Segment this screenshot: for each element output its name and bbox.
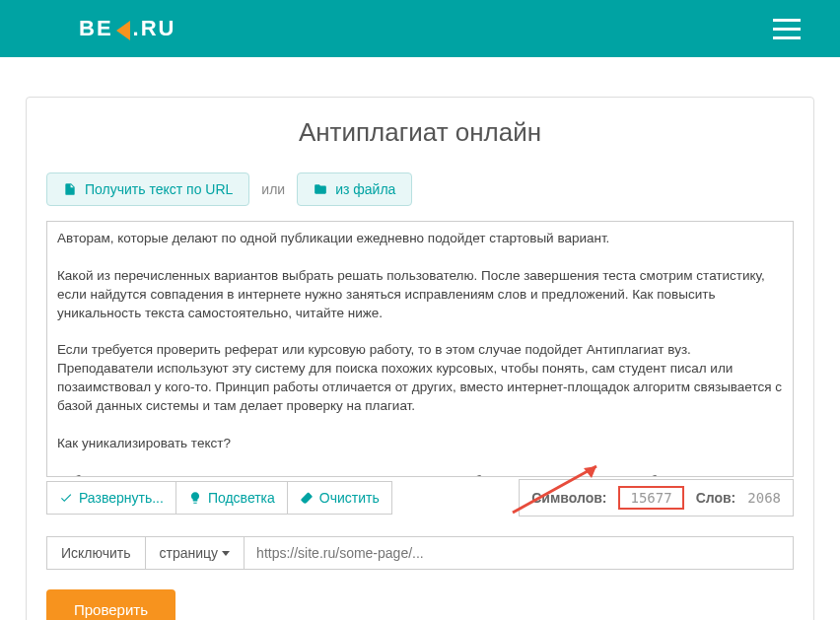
exclude-dropdown-label: страницу: [160, 545, 219, 561]
textarea-container: [46, 221, 794, 480]
clear-label: Очистить: [319, 490, 380, 506]
check-icon: [59, 491, 73, 505]
text-input[interactable]: [46, 221, 794, 477]
exclude-type-dropdown[interactable]: страницу: [145, 536, 245, 570]
expand-label: Развернуть...: [79, 490, 164, 506]
exclude-url-input[interactable]: [244, 536, 794, 570]
text-toolbar: Развернуть... Подсветка Очистить Символо…: [46, 479, 794, 517]
words-label: Слов:: [696, 490, 736, 506]
menu-button[interactable]: [773, 19, 801, 39]
lightbulb-icon: [188, 491, 202, 505]
clear-button[interactable]: Очистить: [287, 481, 392, 515]
file-button-label: из файла: [335, 181, 395, 197]
logo-text-left: BE: [79, 16, 113, 41]
from-file-button[interactable]: из файла: [297, 172, 412, 206]
exclude-label: Исключить: [46, 536, 146, 570]
logo-text-right: .RU: [133, 16, 176, 41]
check-button[interactable]: Проверить: [46, 589, 175, 620]
page-title: Антиплагиат онлайн: [46, 117, 794, 148]
main-panel: Антиплагиат онлайн Получить текст по URL…: [26, 97, 814, 620]
get-text-by-url-button[interactable]: Получить текст по URL: [46, 172, 249, 206]
folder-icon: [314, 182, 327, 196]
highlight-label: Подсветка: [208, 490, 275, 506]
eraser-icon: [300, 491, 314, 505]
source-input-row: Получить текст по URL или из файла: [46, 172, 794, 206]
or-separator: или: [261, 181, 285, 197]
highlight-button[interactable]: Подсветка: [175, 481, 288, 515]
chars-value: 15677: [618, 486, 683, 510]
text-stats: Символов: 15677 Слов: 2068: [519, 479, 794, 517]
site-logo[interactable]: BE .RU: [79, 16, 175, 41]
url-button-label: Получить текст по URL: [85, 181, 233, 197]
chars-label: Символов:: [531, 490, 606, 506]
file-icon: [63, 182, 77, 196]
exclude-row: Исключить страницу: [46, 536, 794, 570]
words-value: 2068: [747, 490, 781, 506]
logo-arrow-icon: [116, 21, 130, 40]
site-header: BE .RU: [0, 0, 840, 57]
expand-button[interactable]: Развернуть...: [46, 481, 176, 515]
chevron-down-icon: [222, 551, 230, 556]
